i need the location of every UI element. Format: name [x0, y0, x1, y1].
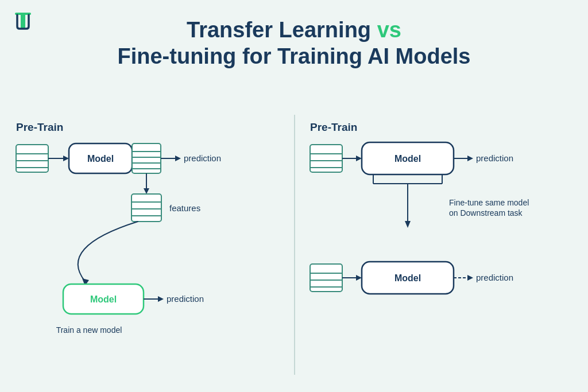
left-features-label: features	[169, 203, 200, 213]
right-down-arrowhead	[405, 221, 411, 228]
right-panel-diagram: Pre-Train Model prediction Fine-tune sam…	[294, 109, 588, 392]
left-panel-diagram: Pre-Train Model prediction features Mode…	[0, 109, 294, 392]
right-arrow-bottom1	[356, 275, 362, 281]
right-top-prediction: prediction	[476, 153, 513, 163]
left-features-db	[131, 194, 161, 222]
left-bottom-prediction: prediction	[167, 294, 204, 304]
right-arrow-top1	[356, 156, 362, 161]
right-bottom-prediction: prediction	[476, 273, 513, 282]
left-caption: Train a new model	[56, 325, 122, 335]
right-arrow-bottom2	[467, 275, 473, 281]
left-down-arrow	[144, 188, 149, 194]
title-line2: Fine-tuning for Training AI Models	[0, 44, 588, 70]
left-pretrain-label: Pre-Train	[16, 121, 63, 133]
right-bottom-model-label: Model	[394, 273, 421, 283]
left-arrow1	[63, 156, 69, 161]
right-finetune-text-line2: on Downstream task	[449, 208, 523, 218]
left-model-label: Model	[87, 154, 114, 164]
left-curve-arrow	[78, 222, 138, 281]
right-input-db-top	[310, 145, 342, 172]
right-pretrain-label: Pre-Train	[310, 121, 357, 133]
right-arrow-top2	[467, 156, 473, 161]
left-arrow2	[175, 156, 181, 161]
right-finetune-text-line1: Fine-tune same model	[449, 198, 529, 207]
left-new-model-label: Model	[90, 294, 117, 304]
left-top-prediction: prediction	[184, 153, 221, 163]
right-input-db-bottom	[310, 264, 342, 292]
logo	[13, 10, 33, 31]
title-line1: Transfer Learning vs	[0, 17, 588, 44]
title-area: Transfer Learning vs Fine-tuning for Tra…	[0, 0, 588, 69]
right-top-model-label: Model	[394, 154, 421, 164]
left-input-db	[16, 145, 48, 172]
left-bottom-arrow	[158, 296, 164, 302]
svg-rect-1	[21, 13, 25, 29]
